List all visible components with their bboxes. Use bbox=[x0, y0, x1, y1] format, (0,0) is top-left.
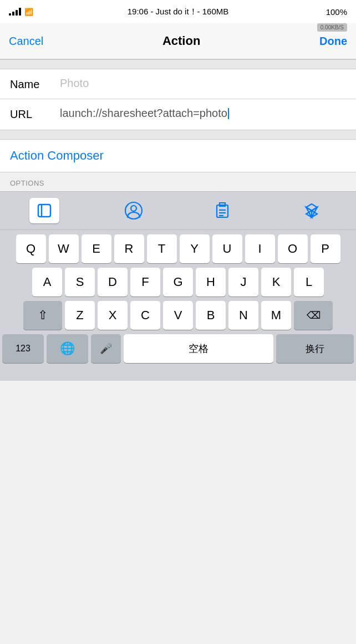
key-t[interactable]: T bbox=[147, 234, 177, 263]
svg-marker-9 bbox=[306, 207, 312, 217]
key-c[interactable]: C bbox=[130, 301, 160, 330]
status-bar-time: 19:06 - Just do it！- 160MB bbox=[128, 7, 229, 17]
options-label: OPTIONS bbox=[10, 179, 44, 187]
key-e[interactable]: E bbox=[82, 234, 111, 263]
action-composer-label: Action Composer bbox=[10, 149, 104, 162]
key-b[interactable]: B bbox=[196, 301, 226, 330]
shift-key[interactable]: ⇧ bbox=[23, 301, 62, 330]
key-w[interactable]: W bbox=[49, 234, 79, 263]
key-q[interactable]: Q bbox=[16, 234, 46, 263]
key-g[interactable]: G bbox=[163, 268, 193, 297]
svg-rect-0 bbox=[38, 205, 50, 217]
action-composer-section[interactable]: Action Composer bbox=[0, 140, 356, 172]
key-y[interactable]: Y bbox=[180, 234, 210, 263]
toolbar-dropbox-button[interactable] bbox=[297, 198, 327, 223]
done-button[interactable]: Done bbox=[319, 35, 347, 48]
key-h[interactable]: H bbox=[196, 268, 226, 297]
key-a[interactable]: A bbox=[32, 268, 62, 297]
section-separator-middle bbox=[0, 130, 356, 140]
key-r[interactable]: R bbox=[114, 234, 144, 263]
wifi-icon: 📶 bbox=[24, 8, 33, 16]
key-k[interactable]: K bbox=[261, 268, 291, 297]
key-i[interactable]: I bbox=[245, 234, 275, 263]
name-label: Name bbox=[10, 77, 60, 91]
toolbar-person-button[interactable] bbox=[119, 198, 149, 223]
key-v[interactable]: V bbox=[163, 301, 193, 330]
toolbar-square-button[interactable] bbox=[29, 198, 59, 223]
signal-icon bbox=[9, 8, 21, 16]
keyboard: Q W E R T Y U I O P A S D F G H J K L ⇧ … bbox=[0, 230, 356, 370]
backspace-key[interactable]: ⌫ bbox=[294, 301, 333, 330]
key-d[interactable]: D bbox=[98, 268, 128, 297]
toolbar-clipboard-button[interactable] bbox=[207, 198, 237, 223]
key-f[interactable]: F bbox=[130, 268, 160, 297]
section-separator-top bbox=[0, 59, 356, 69]
url-row: URL launch://sharesheet?attach=photo bbox=[0, 99, 356, 130]
keyboard-row-4: 123 🌐 🎤 空格 换行 bbox=[2, 334, 354, 363]
emoji-key[interactable]: 🌐 bbox=[47, 334, 88, 363]
key-n[interactable]: N bbox=[228, 301, 258, 330]
key-j[interactable]: J bbox=[228, 268, 258, 297]
key-z[interactable]: Z bbox=[65, 301, 95, 330]
network-badge: 0.00KB/S bbox=[317, 23, 347, 32]
keyboard-row-3: ⇧ Z X C V B N M ⌫ bbox=[2, 301, 354, 330]
space-key[interactable]: 空格 bbox=[124, 334, 273, 363]
form-section: Name Photo URL launch://sharesheet?attac… bbox=[0, 69, 356, 130]
text-cursor bbox=[228, 108, 229, 119]
url-label: URL bbox=[10, 107, 60, 121]
options-section: OPTIONS bbox=[0, 172, 356, 191]
key-x[interactable]: X bbox=[98, 301, 128, 330]
key-o[interactable]: O bbox=[278, 234, 308, 263]
key-s[interactable]: S bbox=[65, 268, 95, 297]
url-value[interactable]: launch://sharesheet?attach=photo bbox=[60, 107, 346, 120]
key-m[interactable]: M bbox=[261, 301, 291, 330]
status-bar: 📶 19:06 - Just do it！- 160MB 100% bbox=[0, 0, 356, 23]
toolbar bbox=[0, 191, 356, 230]
bottom-bar bbox=[0, 370, 356, 381]
key-p[interactable]: P bbox=[311, 234, 340, 263]
key-u[interactable]: U bbox=[212, 234, 242, 263]
numbers-key[interactable]: 123 bbox=[2, 334, 44, 363]
key-l[interactable]: L bbox=[294, 268, 324, 297]
return-key[interactable]: 换行 bbox=[276, 334, 354, 363]
cancel-button[interactable]: Cancel bbox=[9, 35, 43, 48]
keyboard-row-1: Q W E R T Y U I O P bbox=[2, 234, 354, 263]
keyboard-row-2: A S D F G H J K L bbox=[2, 268, 354, 297]
svg-marker-10 bbox=[312, 207, 317, 217]
battery-indicator: 100% bbox=[326, 7, 347, 17]
name-row: Name Photo bbox=[0, 69, 356, 99]
svg-point-3 bbox=[131, 206, 136, 211]
page-title: Action bbox=[162, 34, 200, 48]
name-value[interactable]: Photo bbox=[60, 77, 346, 90]
navigation-bar: Cancel Action Done bbox=[0, 23, 356, 59]
mic-key[interactable]: 🎤 bbox=[91, 334, 121, 363]
status-bar-left: 📶 bbox=[9, 8, 33, 16]
